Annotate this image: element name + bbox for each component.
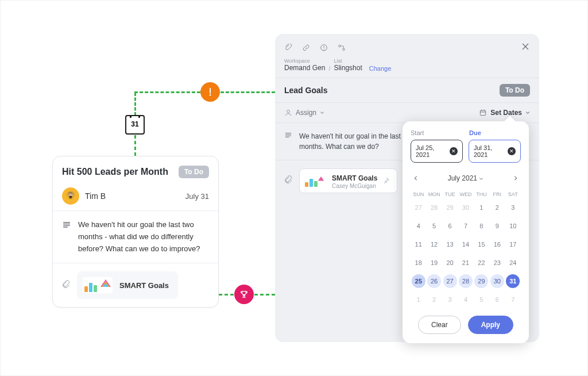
calendar-day[interactable]: 6 bbox=[443, 219, 457, 233]
calendar-day[interactable]: 31 bbox=[506, 274, 520, 288]
calendar-day[interactable]: 28 bbox=[459, 274, 473, 288]
calendar-day[interactable]: 13 bbox=[443, 237, 457, 251]
calendar-day[interactable]: 5 bbox=[474, 293, 488, 306]
svg-point-6 bbox=[287, 110, 290, 113]
task-detail-panel: Workspace Demand Gen / List Slingshot Ch… bbox=[275, 34, 539, 342]
calendar-day[interactable]: 1 bbox=[474, 201, 488, 214]
next-month-icon[interactable] bbox=[510, 171, 521, 186]
description-icon bbox=[284, 131, 292, 152]
calendar-day[interactable]: 21 bbox=[459, 256, 473, 270]
calendar-icon-day: 31 bbox=[126, 120, 144, 128]
calendar-day[interactable]: 26 bbox=[427, 274, 441, 288]
calendar-day[interactable]: 28 bbox=[427, 201, 441, 214]
breadcrumb: Workspace Demand Gen / List Slingshot Ch… bbox=[275, 58, 539, 78]
info-icon[interactable] bbox=[320, 44, 328, 52]
alert-marker bbox=[200, 82, 220, 102]
calendar-day[interactable]: 24 bbox=[506, 256, 520, 270]
calendar-day[interactable]: 4 bbox=[412, 219, 425, 233]
calendar-day[interactable]: 27 bbox=[443, 274, 457, 288]
panel-note[interactable]: We haven't hit our goal in the last two … bbox=[299, 131, 414, 152]
pin-icon[interactable] bbox=[383, 176, 390, 186]
calendar-day[interactable]: 29 bbox=[474, 274, 488, 288]
calendar-day[interactable]: 22 bbox=[474, 256, 488, 270]
calendar-day[interactable]: 15 bbox=[474, 237, 488, 251]
calendar-day[interactable]: 7 bbox=[459, 219, 473, 233]
calendar-grid[interactable]: 2728293012345678910111213141516171819202… bbox=[411, 201, 521, 306]
calendar-day[interactable]: 23 bbox=[490, 256, 504, 270]
task-title: Hit 500 Leads per Month bbox=[62, 167, 168, 177]
svg-point-5 bbox=[343, 48, 345, 51]
close-icon[interactable] bbox=[521, 42, 530, 53]
svg-point-4 bbox=[339, 45, 341, 47]
calendar-day[interactable]: 5 bbox=[427, 219, 441, 233]
calendar-day[interactable]: 4 bbox=[459, 293, 473, 306]
chart-thumb-icon bbox=[83, 277, 113, 293]
panel-status-badge[interactable]: To Do bbox=[500, 84, 530, 97]
attachment-name: SMART Goals bbox=[119, 281, 169, 290]
set-dates-button[interactable]: Set Dates bbox=[479, 109, 530, 117]
start-date-input[interactable]: Jul 25, 2021 ✕ bbox=[411, 140, 463, 163]
calendar-day[interactable]: 11 bbox=[412, 237, 425, 251]
calendar-day[interactable]: 10 bbox=[506, 219, 520, 233]
month-label[interactable]: July 2021 bbox=[448, 174, 484, 182]
apply-button[interactable]: Apply bbox=[468, 316, 513, 334]
attach-icon[interactable] bbox=[284, 44, 292, 52]
chevron-down-icon bbox=[320, 110, 324, 115]
task-description: We haven't hit our goal the last two mon… bbox=[78, 219, 209, 255]
chart-thumb-icon bbox=[303, 174, 326, 188]
calendar-day[interactable]: 2 bbox=[427, 293, 441, 306]
date-picker: Start Due Jul 25, 2021 ✕ Jul 31, 2021 ✕ … bbox=[403, 121, 529, 343]
calendar-icon: 31 bbox=[125, 115, 145, 135]
calendar-day[interactable]: 30 bbox=[459, 201, 473, 214]
panel-attachment[interactable]: SMART Goals Casey McGuigan bbox=[299, 168, 397, 193]
svg-point-0 bbox=[210, 94, 211, 96]
calendar-day[interactable]: 3 bbox=[506, 201, 520, 214]
clear-button[interactable]: Clear bbox=[418, 316, 461, 334]
calendar-day[interactable]: 25 bbox=[412, 274, 425, 288]
calendar-day[interactable]: 16 bbox=[490, 237, 504, 251]
calendar-day[interactable]: 7 bbox=[506, 293, 520, 306]
clear-due-icon[interactable]: ✕ bbox=[508, 147, 516, 155]
clear-start-icon[interactable]: ✕ bbox=[450, 147, 458, 155]
status-badge: To Do bbox=[179, 166, 209, 178]
panel-title: Lead Goals bbox=[284, 86, 327, 95]
calendar-day[interactable]: 12 bbox=[427, 237, 441, 251]
calendar-day[interactable]: 8 bbox=[474, 219, 488, 233]
svg-rect-7 bbox=[481, 110, 486, 116]
change-list-link[interactable]: Change bbox=[369, 65, 392, 72]
trophy-marker bbox=[234, 285, 254, 304]
avatar bbox=[62, 187, 79, 205]
task-card: Hit 500 Leads per Month To Do Tim B July… bbox=[52, 156, 219, 308]
link-icon[interactable] bbox=[301, 44, 311, 52]
calendar-day[interactable]: 3 bbox=[443, 293, 457, 306]
calendar-day[interactable]: 30 bbox=[490, 274, 504, 288]
attachment-chip[interactable]: SMART Goals bbox=[77, 271, 178, 299]
start-tab[interactable]: Start bbox=[411, 129, 462, 136]
calendar-day[interactable]: 18 bbox=[412, 256, 425, 270]
calendar-day[interactable]: 29 bbox=[443, 201, 457, 214]
calendar-day[interactable]: 19 bbox=[427, 256, 441, 270]
description-icon bbox=[62, 220, 71, 255]
due-tab[interactable]: Due bbox=[469, 129, 521, 136]
calendar-day[interactable]: 27 bbox=[412, 201, 425, 214]
calendar-day[interactable]: 6 bbox=[490, 293, 504, 306]
due-date-input[interactable]: Jul 31, 2021 ✕ bbox=[469, 140, 521, 163]
assign-button[interactable]: Assign bbox=[284, 109, 324, 117]
chevron-down-icon bbox=[525, 110, 530, 115]
calendar-day[interactable]: 17 bbox=[506, 237, 520, 251]
calendar-day[interactable]: 20 bbox=[443, 256, 457, 270]
attachment-icon[interactable] bbox=[284, 175, 292, 187]
attachment-icon bbox=[62, 280, 70, 291]
assignee-name: Tim B bbox=[85, 191, 106, 201]
subtask-icon[interactable] bbox=[337, 44, 346, 52]
calendar-day[interactable]: 9 bbox=[490, 219, 504, 233]
due-date: July 31 bbox=[185, 192, 209, 201]
calendar-day[interactable]: 2 bbox=[490, 201, 504, 214]
calendar-day[interactable]: 1 bbox=[412, 293, 425, 306]
calendar-day[interactable]: 14 bbox=[459, 237, 473, 251]
svg-point-3 bbox=[323, 49, 324, 49]
prev-month-icon[interactable] bbox=[411, 171, 421, 186]
